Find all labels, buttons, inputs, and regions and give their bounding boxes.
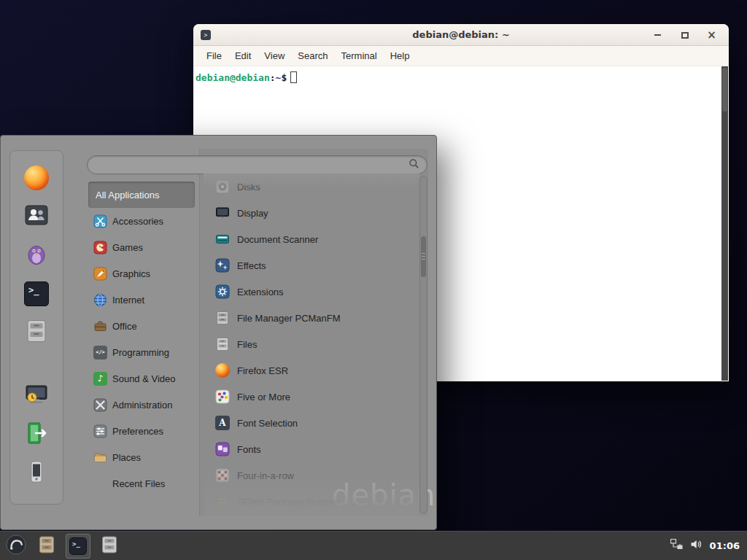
menu-search[interactable]: Search [291,50,334,61]
files-launcher[interactable] [97,534,122,559]
font-selection-icon: A [215,416,230,430]
category-office[interactable]: Office [88,313,195,339]
internet-globe-icon [93,293,107,307]
app-list-scrollbar-thumb[interactable] [421,236,426,277]
terminal-title: debian@debian: ~ [193,29,729,40]
maximize-button[interactable] [679,30,690,41]
users-icon [24,203,49,230]
app-firefox-esr[interactable]: Firefox ESR [209,357,418,384]
five-or-more-icon [215,389,230,404]
menu-edit[interactable]: Edit [228,50,258,61]
app-display[interactable]: Display [209,200,418,226]
file-manager-launcher[interactable] [34,534,59,559]
category-accessories[interactable]: Accessories [88,208,195,234]
app-label: Four-in-a-row [237,470,294,481]
terminal-window-icon: > [201,30,211,40]
close-button[interactable]: × [706,30,717,41]
app-label: Font Selection [237,418,298,429]
category-label: Sound & Video [112,373,176,384]
volume-icon[interactable] [690,539,703,553]
terminal-scrollbar-thumb[interactable] [722,68,727,112]
category-label: Programming [112,347,169,358]
network-icon[interactable] [670,539,683,553]
administration-tools-icon [93,398,107,412]
favorites-column: >_ [9,150,63,505]
category-graphics[interactable]: Graphics [88,260,195,287]
menu-search-input[interactable] [95,160,409,171]
application-list: Disks Display Document Scanner Effects E… [209,174,418,516]
file-cabinet-icon [24,319,49,346]
app-list-scrollbar[interactable] [419,176,427,513]
category-list: All Applications Accessories Games Graph… [88,182,195,497]
category-internet[interactable]: Internet [88,287,195,313]
favorite-terminal-button[interactable]: >_ [23,281,50,307]
category-places[interactable]: Places [88,444,195,470]
category-programming[interactable]: </> Programming [88,339,195,365]
prompt-symbol: $ [281,72,287,83]
app-label: Fonts [237,444,261,455]
favorite-users-button[interactable] [23,203,50,230]
app-effects[interactable]: Effects [209,252,418,279]
app-gdebi-package-installer[interactable]: GDebi Package Installer [209,489,418,515]
search-icon [409,158,419,172]
places-folder-icon [93,451,107,464]
category-recent-files[interactable]: Recent Files [88,470,195,497]
menu-help[interactable]: Help [384,50,417,61]
display-icon [215,206,230,220]
fonts-icon [215,442,230,456]
terminal-menubar: File Edit View Search Terminal Help [193,46,729,66]
menu-search-box[interactable] [87,155,427,174]
clock[interactable]: 01:06 [710,540,740,551]
category-label: Games [112,242,143,253]
app-fonts[interactable]: Fonts [209,436,418,462]
favorite-pidgin-button[interactable] [23,242,50,268]
sound-video-icon: ♪ [93,372,107,386]
terminal-window-button[interactable]: >_ [66,534,90,559]
menu-button[interactable] [4,534,28,558]
menu-file[interactable]: File [200,50,228,61]
logout-button[interactable] [23,421,50,448]
shutdown-button[interactable] [23,460,50,486]
category-label: Accessories [112,216,163,227]
menu-terminal[interactable]: Terminal [335,50,384,61]
category-preferences[interactable]: Preferences [88,418,195,444]
file-cabinet-icon [215,311,230,325]
app-font-selection[interactable]: A Font Selection [209,410,418,436]
shell-prompt: debian@debian:~$ [193,66,729,83]
favorite-file-manager-button[interactable] [23,319,50,346]
category-all-applications[interactable]: All Applications [88,182,195,208]
app-file-manager-pcmanfm[interactable]: File Manager PCManFM [209,305,418,331]
app-extensions[interactable]: Extensions [209,279,418,305]
favorite-firefox-button[interactable] [23,165,50,191]
app-document-scanner[interactable]: Document Scanner [209,226,418,252]
system-tray: 01:06 [670,539,743,553]
app-label: Extensions [237,287,284,298]
files-cabinet-icon [215,337,230,351]
extensions-gear-icon [215,284,230,299]
category-label: Places [112,452,141,463]
terminal-icon: >_ [24,281,49,306]
prompt-path: ~ [276,72,282,83]
category-label: All Applications [96,190,159,201]
preferences-sliders-icon [93,424,107,438]
app-label: Effects [237,260,266,271]
prompt-user-host: debian@debian [196,72,270,83]
app-five-or-more[interactable]: Five or More [209,384,418,410]
category-administration[interactable]: Administration [88,392,195,418]
menu-view[interactable]: View [258,50,291,61]
app-disks[interactable]: Disks [209,174,418,200]
office-briefcase-icon [93,319,107,333]
app-four-in-a-row[interactable]: Four-in-a-row [209,462,418,489]
category-sound-video[interactable]: ♪ Sound & Video [88,365,195,392]
minimize-button[interactable] [652,30,663,41]
four-in-a-row-icon [215,468,230,483]
app-files[interactable]: Files [209,331,418,357]
category-label: Administration [112,400,172,411]
firefox-icon [24,166,49,190]
category-label: Internet [112,295,144,306]
lock-screen-button[interactable] [23,383,50,409]
category-games[interactable]: Games [88,234,195,260]
terminal-scrollbar[interactable] [721,66,728,381]
terminal-titlebar[interactable]: > debian@debian: ~ × [193,24,729,46]
document-scanner-icon [215,232,230,246]
